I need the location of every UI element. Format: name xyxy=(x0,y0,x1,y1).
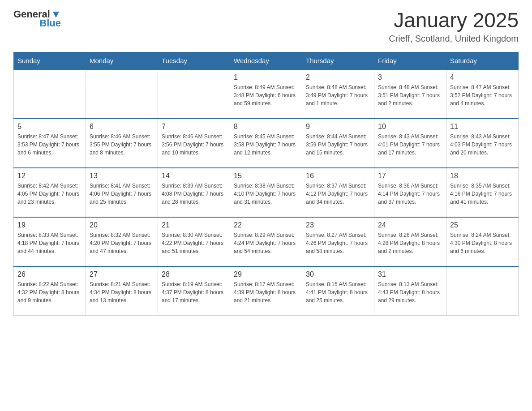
cell-day-number: 2 xyxy=(306,73,370,81)
week-row-3: 12Sunrise: 8:42 AM Sunset: 4:05 PM Dayli… xyxy=(14,168,519,217)
calendar-cell: 1Sunrise: 8:49 AM Sunset: 3:48 PM Daylig… xyxy=(230,69,302,119)
cell-day-number: 3 xyxy=(378,73,442,81)
cell-info: Sunrise: 8:13 AM Sunset: 4:43 PM Dayligh… xyxy=(378,280,442,304)
cell-day-number: 5 xyxy=(17,123,82,131)
calendar-cell: 7Sunrise: 8:46 AM Sunset: 3:56 PM Daylig… xyxy=(158,119,230,168)
page-header: General Blue January 2025 Crieff, Scotla… xyxy=(13,9,519,44)
cell-info: Sunrise: 8:21 AM Sunset: 4:34 PM Dayligh… xyxy=(90,280,154,304)
page-subtitle: Crieff, Scotland, United Kingdom xyxy=(389,34,519,44)
cell-day-number: 22 xyxy=(234,221,298,229)
cell-info: Sunrise: 8:45 AM Sunset: 3:58 PM Dayligh… xyxy=(234,133,298,157)
cell-info: Sunrise: 8:42 AM Sunset: 4:05 PM Dayligh… xyxy=(17,182,82,206)
cell-info: Sunrise: 8:32 AM Sunset: 4:20 PM Dayligh… xyxy=(90,231,154,255)
cell-info: Sunrise: 8:47 AM Sunset: 3:52 PM Dayligh… xyxy=(450,83,515,107)
cell-info: Sunrise: 8:22 AM Sunset: 4:32 PM Dayligh… xyxy=(17,280,82,304)
calendar-cell: 18Sunrise: 8:35 AM Sunset: 4:16 PM Dayli… xyxy=(446,168,519,217)
cell-day-number: 26 xyxy=(17,270,82,278)
calendar-cell: 13Sunrise: 8:41 AM Sunset: 4:06 PM Dayli… xyxy=(86,168,158,217)
cell-day-number: 27 xyxy=(90,270,154,278)
cell-info: Sunrise: 8:46 AM Sunset: 3:56 PM Dayligh… xyxy=(162,133,226,157)
calendar-cell: 2Sunrise: 8:48 AM Sunset: 3:49 PM Daylig… xyxy=(302,69,374,119)
calendar-cell: 28Sunrise: 8:19 AM Sunset: 4:37 PM Dayli… xyxy=(158,266,230,316)
cell-info: Sunrise: 8:35 AM Sunset: 4:16 PM Dayligh… xyxy=(450,182,515,206)
cell-day-number: 25 xyxy=(450,221,515,229)
cell-day-number: 14 xyxy=(162,172,226,180)
cell-day-number: 29 xyxy=(234,270,298,278)
page-title: January 2025 xyxy=(389,9,519,32)
calendar-cell xyxy=(86,69,158,119)
cell-day-number: 23 xyxy=(306,221,370,229)
cell-info: Sunrise: 8:26 AM Sunset: 4:28 PM Dayligh… xyxy=(378,231,442,255)
calendar-body: 1Sunrise: 8:49 AM Sunset: 3:48 PM Daylig… xyxy=(14,69,519,316)
cell-day-number: 16 xyxy=(306,172,370,180)
calendar-cell xyxy=(446,266,519,316)
cell-info: Sunrise: 8:46 AM Sunset: 3:55 PM Dayligh… xyxy=(90,133,154,157)
calendar-cell: 27Sunrise: 8:21 AM Sunset: 4:34 PM Dayli… xyxy=(86,266,158,316)
cell-day-number: 15 xyxy=(234,172,298,180)
cell-day-number: 17 xyxy=(378,172,442,180)
cell-info: Sunrise: 8:47 AM Sunset: 3:53 PM Dayligh… xyxy=(17,133,82,157)
cell-day-number: 19 xyxy=(17,221,82,229)
calendar-cell: 26Sunrise: 8:22 AM Sunset: 4:32 PM Dayli… xyxy=(14,266,86,316)
logo: General Blue xyxy=(13,9,61,29)
day-header-sunday: Sunday xyxy=(14,52,86,69)
cell-day-number: 24 xyxy=(378,221,442,229)
cell-info: Sunrise: 8:29 AM Sunset: 4:24 PM Dayligh… xyxy=(234,231,298,255)
svg-marker-0 xyxy=(53,12,59,18)
cell-day-number: 12 xyxy=(17,172,82,180)
calendar-header: SundayMondayTuesdayWednesdayThursdayFrid… xyxy=(14,52,519,69)
calendar-cell: 3Sunrise: 8:48 AM Sunset: 3:51 PM Daylig… xyxy=(374,69,446,119)
cell-day-number: 30 xyxy=(306,270,370,278)
calendar-cell: 17Sunrise: 8:36 AM Sunset: 4:14 PM Dayli… xyxy=(374,168,446,217)
calendar-cell xyxy=(158,69,230,119)
calendar-cell: 10Sunrise: 8:43 AM Sunset: 4:01 PM Dayli… xyxy=(374,119,446,168)
cell-day-number: 28 xyxy=(162,270,226,278)
calendar-cell: 8Sunrise: 8:45 AM Sunset: 3:58 PM Daylig… xyxy=(230,119,302,168)
cell-day-number: 6 xyxy=(90,123,154,131)
cell-day-number: 8 xyxy=(234,123,298,131)
day-header-wednesday: Wednesday xyxy=(230,52,302,69)
cell-info: Sunrise: 8:27 AM Sunset: 4:26 PM Dayligh… xyxy=(306,231,370,255)
cell-info: Sunrise: 8:17 AM Sunset: 4:39 PM Dayligh… xyxy=(234,280,298,304)
week-row-2: 5Sunrise: 8:47 AM Sunset: 3:53 PM Daylig… xyxy=(14,119,519,168)
calendar-cell: 6Sunrise: 8:46 AM Sunset: 3:55 PM Daylig… xyxy=(86,119,158,168)
calendar-cell: 24Sunrise: 8:26 AM Sunset: 4:28 PM Dayli… xyxy=(374,217,446,266)
week-row-4: 19Sunrise: 8:33 AM Sunset: 4:18 PM Dayli… xyxy=(14,217,519,266)
calendar-cell: 29Sunrise: 8:17 AM Sunset: 4:39 PM Dayli… xyxy=(230,266,302,316)
cell-day-number: 9 xyxy=(306,123,370,131)
cell-day-number: 31 xyxy=(378,270,442,278)
cell-info: Sunrise: 8:19 AM Sunset: 4:37 PM Dayligh… xyxy=(162,280,226,304)
cell-day-number: 10 xyxy=(378,123,442,131)
cell-day-number: 4 xyxy=(450,73,515,81)
cell-day-number: 1 xyxy=(234,73,298,81)
cell-info: Sunrise: 8:37 AM Sunset: 4:12 PM Dayligh… xyxy=(306,182,370,206)
cell-day-number: 21 xyxy=(162,221,226,229)
days-of-week-row: SundayMondayTuesdayWednesdayThursdayFrid… xyxy=(14,52,519,69)
cell-info: Sunrise: 8:36 AM Sunset: 4:14 PM Dayligh… xyxy=(378,182,442,206)
cell-day-number: 20 xyxy=(90,221,154,229)
cell-info: Sunrise: 8:30 AM Sunset: 4:22 PM Dayligh… xyxy=(162,231,226,255)
calendar-table: SundayMondayTuesdayWednesdayThursdayFrid… xyxy=(13,52,519,316)
week-row-5: 26Sunrise: 8:22 AM Sunset: 4:32 PM Dayli… xyxy=(14,266,519,316)
logo-text-blue: Blue xyxy=(39,18,61,29)
day-header-tuesday: Tuesday xyxy=(158,52,230,69)
cell-info: Sunrise: 8:43 AM Sunset: 4:03 PM Dayligh… xyxy=(450,133,515,157)
cell-info: Sunrise: 8:41 AM Sunset: 4:06 PM Dayligh… xyxy=(90,182,154,206)
calendar-cell: 12Sunrise: 8:42 AM Sunset: 4:05 PM Dayli… xyxy=(14,168,86,217)
cell-info: Sunrise: 8:44 AM Sunset: 3:59 PM Dayligh… xyxy=(306,133,370,157)
cell-info: Sunrise: 8:15 AM Sunset: 4:41 PM Dayligh… xyxy=(306,280,370,304)
calendar-cell: 11Sunrise: 8:43 AM Sunset: 4:03 PM Dayli… xyxy=(446,119,519,168)
calendar-cell: 4Sunrise: 8:47 AM Sunset: 3:52 PM Daylig… xyxy=(446,69,519,119)
calendar-cell: 20Sunrise: 8:32 AM Sunset: 4:20 PM Dayli… xyxy=(86,217,158,266)
cell-day-number: 13 xyxy=(90,172,154,180)
cell-day-number: 11 xyxy=(450,123,515,131)
cell-info: Sunrise: 8:48 AM Sunset: 3:49 PM Dayligh… xyxy=(306,83,370,107)
day-header-saturday: Saturday xyxy=(446,52,519,69)
cell-info: Sunrise: 8:49 AM Sunset: 3:48 PM Dayligh… xyxy=(234,83,298,107)
calendar-cell: 16Sunrise: 8:37 AM Sunset: 4:12 PM Dayli… xyxy=(302,168,374,217)
day-header-friday: Friday xyxy=(374,52,446,69)
title-section: January 2025 Crieff, Scotland, United Ki… xyxy=(389,9,519,44)
cell-info: Sunrise: 8:48 AM Sunset: 3:51 PM Dayligh… xyxy=(378,83,442,107)
calendar-cell xyxy=(14,69,86,119)
calendar-cell: 21Sunrise: 8:30 AM Sunset: 4:22 PM Dayli… xyxy=(158,217,230,266)
